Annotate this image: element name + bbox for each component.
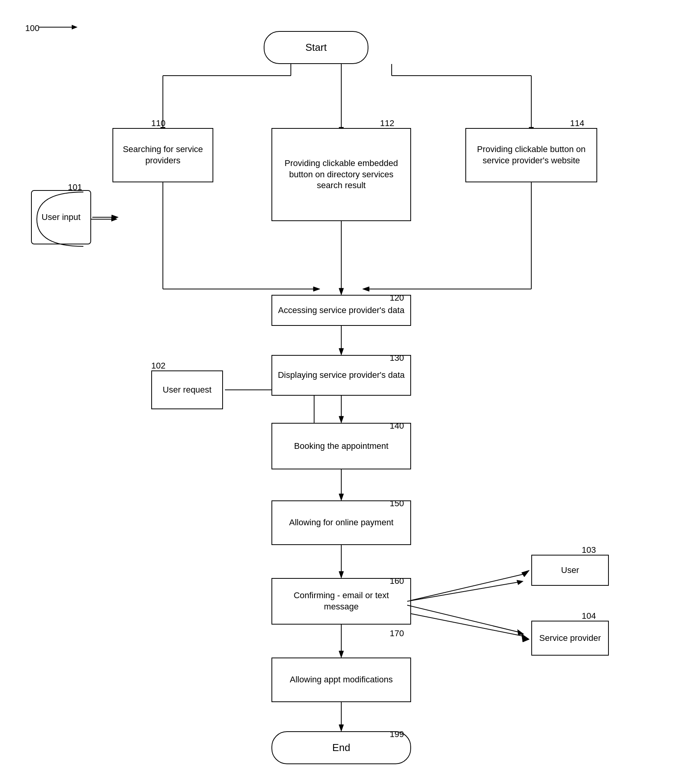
svg-line-41 (407, 582, 520, 601)
label-170: 170 (390, 628, 404, 639)
label-104: 104 (582, 611, 596, 621)
user-node: User (531, 555, 609, 586)
user-request-node: User request (151, 370, 223, 409)
svg-marker-44 (517, 629, 524, 635)
svg-marker-38 (339, 725, 344, 731)
svg-marker-23 (339, 416, 344, 423)
svg-marker-34 (522, 634, 529, 642)
svg-marker-32 (522, 570, 529, 577)
label-100: 100 (25, 23, 40, 33)
start-node: Start (264, 31, 368, 64)
label-110: 110 (151, 118, 166, 128)
searching-node: Searching for service providers (112, 128, 213, 182)
svg-line-31 (407, 574, 524, 601)
label-150: 150 (390, 498, 404, 509)
svg-marker-28 (339, 494, 344, 500)
service-provider-node: Service provider (531, 621, 609, 656)
label-114: 114 (570, 118, 584, 128)
svg-marker-11 (112, 215, 118, 220)
svg-marker-21 (339, 348, 344, 355)
label-120: 120 (390, 293, 404, 303)
providing-embedded-node: Providing clickable embedded button on d… (271, 128, 411, 221)
label-140: 140 (390, 421, 404, 431)
label-130: 130 (390, 353, 404, 363)
label-103: 103 (582, 545, 596, 555)
svg-marker-16 (339, 288, 344, 295)
flowchart: Start 100 User input 101 Searching for s… (0, 0, 693, 784)
svg-line-43 (407, 605, 520, 632)
providing-website-node: Providing clickable button on service pr… (465, 128, 597, 182)
user-input-node: User input (31, 190, 91, 244)
svg-marker-36 (339, 651, 344, 658)
svg-marker-30 (339, 571, 344, 578)
label-102: 102 (151, 361, 166, 371)
svg-marker-42 (517, 580, 524, 585)
svg-marker-46 (111, 217, 118, 222)
label-160: 160 (390, 576, 404, 586)
svg-marker-19 (363, 287, 369, 291)
svg-marker-14 (313, 287, 320, 291)
label-199: 199 (390, 729, 404, 739)
label-101: 101 (68, 182, 82, 192)
svg-line-33 (407, 613, 524, 636)
svg-marker-40 (72, 25, 78, 29)
label-112: 112 (380, 118, 394, 128)
modifications-node: Allowing appt modifications (271, 658, 411, 702)
